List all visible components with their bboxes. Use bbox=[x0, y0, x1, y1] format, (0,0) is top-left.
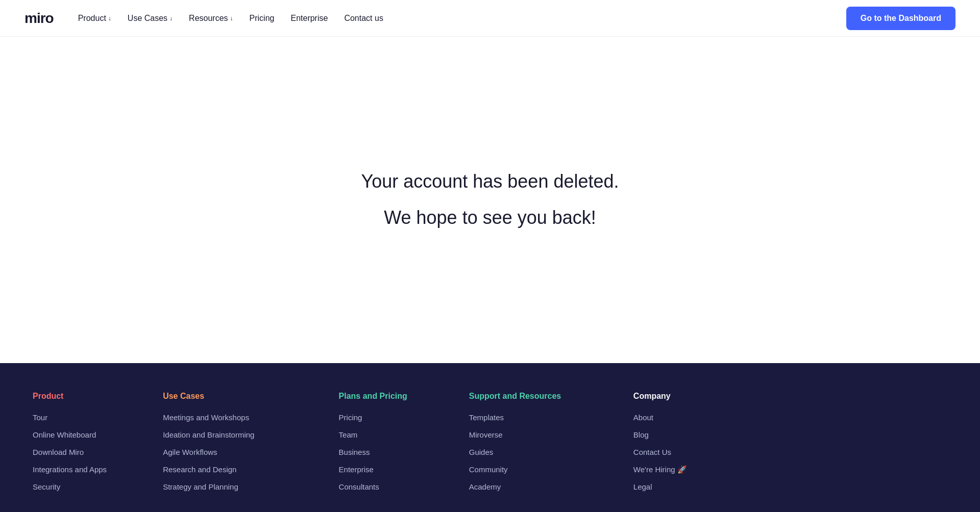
footer-link-consultants[interactable]: Consultants bbox=[339, 482, 379, 491]
footer-link-academy[interactable]: Academy bbox=[469, 482, 501, 491]
message-container: Your account has been deleted. We hope t… bbox=[361, 170, 619, 230]
footer-col-title-use-cases: Use Cases bbox=[163, 392, 322, 401]
footer-link-guides[interactable]: Guides bbox=[469, 448, 494, 456]
main-nav: Product↓Use Cases↓Resources↓PricingEnter… bbox=[72, 10, 389, 27]
footer-link-strategy-and-planning[interactable]: Strategy and Planning bbox=[163, 482, 238, 491]
list-item: Templates bbox=[469, 413, 617, 422]
message-line1: Your account has been deleted. bbox=[361, 170, 619, 194]
list-item: Meetings and Workshops bbox=[163, 413, 322, 422]
dashboard-button[interactable]: Go to the Dashboard bbox=[846, 7, 955, 30]
footer-link-pricing[interactable]: Pricing bbox=[339, 413, 362, 422]
list-item: Guides bbox=[469, 448, 617, 457]
footer: ProductTourOnline WhiteboardDownload Mir… bbox=[0, 363, 980, 512]
footer-link-enterprise[interactable]: Enterprise bbox=[339, 465, 374, 474]
footer-col-product: ProductTourOnline WhiteboardDownload Mir… bbox=[33, 392, 146, 492]
list-item: Legal bbox=[633, 482, 747, 492]
footer-link-about[interactable]: About bbox=[633, 413, 653, 422]
footer-link-integrations-and-apps[interactable]: Integrations and Apps bbox=[33, 465, 107, 474]
list-item: Business bbox=[339, 448, 453, 457]
list-item: Integrations and Apps bbox=[33, 465, 146, 474]
list-item: Agile Workflows bbox=[163, 448, 322, 457]
footer-link-templates[interactable]: Templates bbox=[469, 413, 504, 422]
use-cases-arrow-icon: ↓ bbox=[169, 15, 173, 22]
footer-col-title-company: Company bbox=[633, 392, 747, 401]
footer-link-community[interactable]: Community bbox=[469, 465, 508, 474]
footer-link-blog[interactable]: Blog bbox=[633, 430, 649, 439]
footer-col-title-plans: Plans and Pricing bbox=[339, 392, 453, 401]
list-item: Research and Design bbox=[163, 465, 322, 474]
list-item: Miroverse bbox=[469, 430, 617, 440]
footer-link-business[interactable]: Business bbox=[339, 448, 370, 456]
header-left: miro Product↓Use Cases↓Resources↓Pricing… bbox=[24, 10, 389, 27]
footer-col-title-product: Product bbox=[33, 392, 146, 401]
nav-item-product[interactable]: Product↓ bbox=[72, 10, 117, 27]
footer-link-research-and-design[interactable]: Research and Design bbox=[163, 465, 236, 474]
footer-col-plans: Plans and PricingPricingTeamBusinessEnte… bbox=[339, 392, 453, 492]
list-item: Team bbox=[339, 430, 453, 440]
list-item: Tour bbox=[33, 413, 146, 422]
footer-link-download-miro[interactable]: Download Miro bbox=[33, 448, 84, 456]
footer-link-legal[interactable]: Legal bbox=[633, 482, 652, 491]
footer-col-title-support: Support and Resources bbox=[469, 392, 617, 401]
list-item: Academy bbox=[469, 482, 617, 492]
footer-col-support: Support and ResourcesTemplatesMiroverseG… bbox=[469, 392, 617, 492]
nav-item-resources[interactable]: Resources↓ bbox=[183, 10, 239, 27]
list-item: We're Hiring 🚀 bbox=[633, 465, 747, 474]
list-item: Strategy and Planning bbox=[163, 482, 322, 492]
list-item: Consultants bbox=[339, 482, 453, 492]
list-item: Pricing bbox=[339, 413, 453, 422]
main-content: Your account has been deleted. We hope t… bbox=[0, 37, 980, 363]
list-item: Online Whiteboard bbox=[33, 430, 146, 440]
footer-link-team[interactable]: Team bbox=[339, 430, 358, 439]
list-item: Blog bbox=[633, 430, 747, 440]
footer-link-agile-workflows[interactable]: Agile Workflows bbox=[163, 448, 217, 456]
footer-grid: ProductTourOnline WhiteboardDownload Mir… bbox=[33, 392, 747, 492]
nav-item-contact[interactable]: Contact us bbox=[338, 10, 389, 27]
footer-link-were-hiring-[interactable]: We're Hiring 🚀 bbox=[633, 465, 687, 474]
resources-arrow-icon: ↓ bbox=[230, 15, 233, 22]
product-arrow-icon: ↓ bbox=[108, 15, 111, 22]
list-item: Ideation and Brainstorming bbox=[163, 430, 322, 440]
footer-link-miroverse[interactable]: Miroverse bbox=[469, 430, 503, 439]
nav-item-enterprise[interactable]: Enterprise bbox=[284, 10, 334, 27]
list-item: Security bbox=[33, 482, 146, 492]
nav-item-use-cases[interactable]: Use Cases↓ bbox=[121, 10, 179, 27]
footer-col-use-cases: Use CasesMeetings and WorkshopsIdeation … bbox=[163, 392, 322, 492]
logo[interactable]: miro bbox=[24, 10, 54, 27]
list-item: Download Miro bbox=[33, 448, 146, 457]
footer-col-company: CompanyAboutBlogContact UsWe're Hiring 🚀… bbox=[633, 392, 747, 492]
list-item: Enterprise bbox=[339, 465, 453, 474]
header: miro Product↓Use Cases↓Resources↓Pricing… bbox=[0, 0, 980, 37]
footer-link-contact-us[interactable]: Contact Us bbox=[633, 448, 671, 456]
footer-link-security[interactable]: Security bbox=[33, 482, 60, 491]
list-item: About bbox=[633, 413, 747, 422]
nav-item-pricing[interactable]: Pricing bbox=[243, 10, 281, 27]
footer-link-tour[interactable]: Tour bbox=[33, 413, 47, 422]
list-item: Community bbox=[469, 465, 617, 474]
footer-link-ideation-and-brainstorming[interactable]: Ideation and Brainstorming bbox=[163, 430, 254, 439]
list-item: Contact Us bbox=[633, 448, 747, 457]
footer-link-online-whiteboard[interactable]: Online Whiteboard bbox=[33, 430, 96, 439]
footer-link-meetings-and-workshops[interactable]: Meetings and Workshops bbox=[163, 413, 249, 422]
message-line2: We hope to see you back! bbox=[361, 206, 619, 230]
